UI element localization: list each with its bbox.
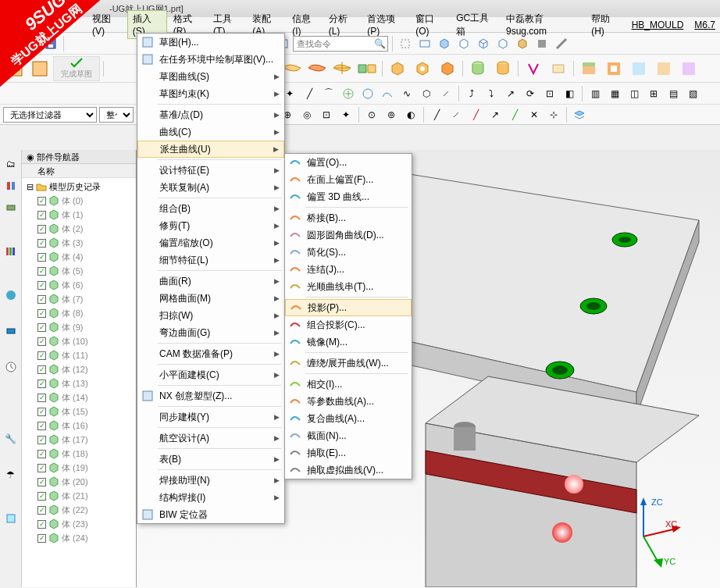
submenu-item[interactable]: 投影(P)... (285, 299, 412, 316)
c4-icon[interactable]: ⟳ (522, 85, 539, 102)
search-input[interactable] (294, 39, 372, 48)
rail-umbrella-icon[interactable]: ☂ (3, 467, 19, 483)
menu-item[interactable]: 草图(H)... (137, 34, 284, 51)
t5-icon[interactable]: ▤ (665, 85, 682, 102)
selection-filter[interactable]: 无选择过滤器 (3, 107, 97, 123)
menu-item[interactable]: 基准/点(D)▶ (137, 106, 284, 123)
submenu-item[interactable]: 光顺曲线串(T)... (285, 278, 412, 295)
tree-item[interactable]: ✓体 (21) (23, 489, 134, 503)
curve2-icon[interactable]: ∿ (398, 85, 415, 102)
menu-item[interactable]: 网格曲面(M)▶ (137, 290, 284, 307)
cube-hidden-icon[interactable] (494, 35, 511, 52)
submenu-item[interactable]: 抽取虚拟曲线(V)... (285, 461, 412, 479)
tree-item[interactable]: ✓体 (20) (23, 475, 134, 489)
spline-icon[interactable] (379, 85, 396, 102)
sn1-icon[interactable]: ╱ (428, 106, 445, 123)
submenu-item[interactable]: 等参数曲线(A)... (285, 393, 412, 410)
box1-icon[interactable] (386, 57, 409, 80)
menu-11[interactable]: 帮助(H) (586, 11, 625, 38)
sel4-icon[interactable]: ✦ (337, 106, 355, 123)
tree-item[interactable]: ✓体 (17) (23, 433, 134, 447)
menu-item[interactable]: 航空设计(A)▶ (137, 429, 284, 447)
menu-item[interactable]: 细节特征(L)▶ (137, 251, 284, 269)
tree-item[interactable]: ✓体 (14) (23, 390, 134, 404)
menu-item[interactable]: 草图曲线(S)▶ (137, 68, 284, 85)
tree-root[interactable]: ⊟模型历史记录 (23, 180, 134, 194)
menu-5[interactable]: 信息(I) (287, 11, 323, 38)
command-search[interactable]: 🔍 (293, 36, 388, 52)
mold1-icon[interactable] (577, 57, 601, 80)
selection-scope[interactable]: 整个 (99, 107, 134, 123)
sn5-icon[interactable]: ╱ (506, 106, 523, 123)
menu-item[interactable]: 扫掠(W)▶ (137, 307, 284, 324)
sel7-icon[interactable]: ◐ (402, 106, 419, 123)
tree-item[interactable]: ✓体 (9) (23, 320, 134, 334)
menu-item[interactable]: 同步建模(Y)▶ (137, 408, 284, 426)
cube-trans-icon[interactable] (514, 35, 531, 52)
menu-0[interactable]: 视图(V) (87, 11, 126, 38)
tree-item[interactable]: ✓体 (7) (23, 292, 134, 306)
menu-item[interactable]: 派生曲线(U)▶ (137, 141, 284, 158)
cube2-icon[interactable] (455, 35, 472, 52)
rail-tool-icon[interactable]: 🔧 (3, 431, 19, 447)
menu-item[interactable]: 设计特征(E)▶ (137, 162, 284, 179)
menu-item[interactable]: 弯边曲面(G)▶ (137, 324, 284, 341)
sel6-icon[interactable]: ⊚ (383, 106, 400, 123)
menu-item[interactable]: 焊接助理(N)▶ (137, 472, 284, 489)
sketch-btn[interactable] (3, 57, 27, 80)
t3-icon[interactable]: ◫ (626, 85, 643, 102)
cube1-icon[interactable] (436, 35, 453, 52)
search-icon[interactable]: 🔍 (372, 38, 387, 49)
rail-assembly-icon[interactable]: 🗂 (3, 156, 19, 172)
tree-item[interactable]: ✓体 (19) (23, 461, 134, 475)
tree-item[interactable]: ✓体 (8) (23, 306, 134, 320)
box2-icon[interactable] (411, 57, 434, 80)
arc-icon[interactable]: ⌒ (320, 85, 337, 102)
menu-item[interactable]: NX 创意塑型(Z)... (137, 387, 284, 404)
menu-item[interactable]: 组合(B)▶ (137, 200, 284, 217)
tree-item[interactable]: ✓体 (15) (23, 404, 134, 419)
surf2-icon[interactable] (305, 57, 329, 80)
rail-layer-icon[interactable] (3, 200, 19, 216)
open-icon[interactable] (23, 35, 40, 52)
plus-icon[interactable] (340, 85, 357, 102)
t6-icon[interactable]: ▧ (684, 85, 701, 102)
rail-web-icon[interactable] (3, 287, 19, 303)
new-icon[interactable] (3, 35, 20, 52)
menu-item[interactable]: 曲面(R)▶ (137, 273, 284, 290)
submenu-item[interactable]: 组合投影(C)... (285, 316, 412, 333)
mold3-icon[interactable] (627, 57, 650, 80)
submenu-item[interactable]: 连结(J)... (285, 261, 412, 278)
zoom-area-icon[interactable] (416, 35, 433, 52)
tree-item[interactable]: ✓体 (4) (23, 250, 134, 264)
menu-item[interactable]: CAM 数据准备(P)▶ (137, 345, 284, 362)
nav-column-name[interactable]: 名称 (22, 164, 136, 178)
c6-icon[interactable]: ◧ (561, 85, 578, 102)
menu-item[interactable]: 小平面建模(C)▶ (137, 366, 284, 383)
menu-item[interactable]: 草图约束(K)▶ (137, 85, 284, 102)
c1-icon[interactable]: ⤴ (463, 85, 480, 102)
tree-item[interactable]: ✓体 (0) (23, 194, 134, 208)
menu-item[interactable]: BIW 定位器 (137, 506, 284, 523)
rail-hd-icon[interactable] (3, 323, 19, 339)
c5-icon[interactable]: ⊡ (541, 85, 558, 102)
ln1-icon[interactable]: ╱ (301, 85, 318, 102)
submenu-item[interactable]: 桥接(B)... (285, 209, 412, 226)
c2-icon[interactable]: ⤵ (483, 85, 500, 102)
tree-item[interactable]: ✓体 (6) (23, 278, 134, 292)
menu-12[interactable]: HB_MOULD (627, 18, 689, 32)
submenu-item[interactable]: 圆形圆角曲线(D)... (285, 226, 412, 244)
layer-icon[interactable] (571, 106, 588, 123)
hex-icon[interactable]: ⬡ (418, 85, 435, 102)
pt-icon[interactable] (522, 57, 545, 80)
edge-display-icon[interactable] (553, 35, 570, 52)
tree-item[interactable]: ✓体 (13) (23, 376, 134, 390)
submenu-item[interactable]: 在面上偏置(F)... (285, 171, 412, 188)
cyl2-icon[interactable] (491, 57, 515, 80)
tree-item[interactable]: ✓体 (1) (23, 208, 134, 222)
sn6-icon[interactable]: ✕ (526, 106, 543, 123)
t2-icon[interactable]: ▦ (606, 85, 623, 102)
menu-item[interactable]: 曲线(C)▶ (137, 123, 284, 141)
submenu-item[interactable]: 简化(S)... (285, 244, 412, 261)
tree-item[interactable]: ✓体 (5) (23, 264, 134, 278)
